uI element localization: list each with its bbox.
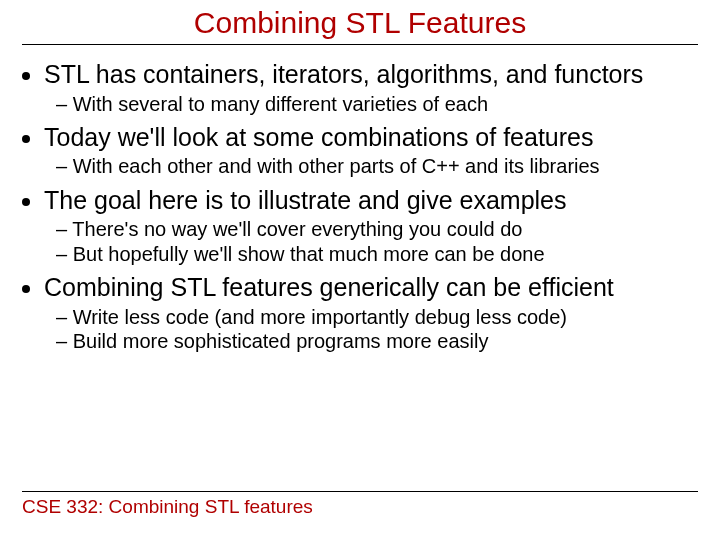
sub-bullet-list: With several to many different varieties… <box>44 92 706 116</box>
title-block: Combining STL Features <box>0 0 720 40</box>
sub-bullet-text: But hopefully we'll show that much more … <box>73 243 545 265</box>
sub-bullet-text: Write less code (and more importantly de… <box>73 306 567 328</box>
bullet-text: The goal here is to illustrate and give … <box>44 186 567 214</box>
slide-title: Combining STL Features <box>194 6 526 40</box>
slide: Combining STL Features STL has container… <box>0 0 720 540</box>
sub-bullet-text: Build more sophisticated programs more e… <box>73 330 489 352</box>
sub-bullet-text: With several to many different varieties… <box>73 93 488 115</box>
footer: CSE 332: Combining STL features <box>22 491 698 518</box>
sub-bullet-item: With several to many different varieties… <box>56 92 706 116</box>
sub-bullet-list: With each other and with other parts of … <box>44 154 706 178</box>
bullet-item: STL has containers, iterators, algorithm… <box>44 59 706 116</box>
sub-bullet-item: But hopefully we'll show that much more … <box>56 242 706 266</box>
footer-text: CSE 332: Combining STL features <box>22 496 698 518</box>
sub-bullet-text: With each other and with other parts of … <box>73 155 600 177</box>
content-area: STL has containers, iterators, algorithm… <box>0 45 720 353</box>
bullet-list: STL has containers, iterators, algorithm… <box>14 59 706 353</box>
bullet-text: STL has containers, iterators, algorithm… <box>44 60 643 88</box>
sub-bullet-item: There's no way we'll cover everything yo… <box>56 217 706 241</box>
bullet-item: The goal here is to illustrate and give … <box>44 185 706 266</box>
bullet-item: Today we'll look at some combinations of… <box>44 122 706 179</box>
sub-bullet-list: Write less code (and more importantly de… <box>44 305 706 354</box>
bullet-text: Today we'll look at some combinations of… <box>44 123 594 151</box>
bullet-text: Combining STL features generically can b… <box>44 273 614 301</box>
footer-divider <box>22 491 698 492</box>
sub-bullet-text: There's no way we'll cover everything yo… <box>72 218 522 240</box>
sub-bullet-item: Build more sophisticated programs more e… <box>56 329 706 353</box>
bullet-item: Combining STL features generically can b… <box>44 272 706 353</box>
sub-bullet-list: There's no way we'll cover everything yo… <box>44 217 706 266</box>
sub-bullet-item: Write less code (and more importantly de… <box>56 305 706 329</box>
sub-bullet-item: With each other and with other parts of … <box>56 154 706 178</box>
